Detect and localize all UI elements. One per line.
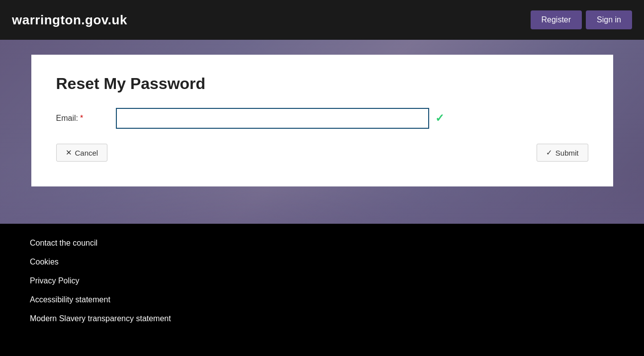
submit-icon: ✓ — [546, 148, 552, 157]
email-row: Email:* ✓ — [56, 108, 588, 129]
header: warrington.gov.uk Register Sign in — [0, 0, 644, 40]
submit-label: Submit — [555, 149, 579, 157]
form-actions: ✕ Cancel ✓ Submit — [56, 144, 588, 162]
check-icon: ✓ — [435, 112, 444, 125]
signin-button[interactable]: Sign in — [586, 10, 632, 29]
form-card: Reset My Password Email:* ✓ ✕ Cancel ✓ S… — [31, 55, 613, 186]
footer-link-contact[interactable]: Contact the council — [30, 239, 614, 248]
site-title: warrington.gov.uk — [12, 12, 127, 28]
footer: Contact the council Cookies Privacy Poli… — [0, 224, 644, 356]
submit-button[interactable]: ✓ Submit — [537, 144, 588, 162]
register-button[interactable]: Register — [531, 10, 582, 29]
hero-area: Reset My Password Email:* ✓ ✕ Cancel ✓ S… — [0, 40, 644, 224]
footer-link-cookies[interactable]: Cookies — [30, 258, 614, 267]
email-input[interactable] — [116, 108, 429, 129]
cancel-icon: ✕ — [66, 148, 72, 157]
email-label: Email:* — [56, 114, 116, 123]
footer-link-accessibility[interactable]: Accessibility statement — [30, 295, 614, 304]
cancel-label: Cancel — [75, 149, 98, 157]
form-title: Reset My Password — [56, 75, 588, 93]
header-buttons: Register Sign in — [531, 10, 633, 29]
required-star: * — [80, 114, 83, 122]
footer-link-privacy[interactable]: Privacy Policy — [30, 276, 614, 285]
footer-link-modern-slavery[interactable]: Modern Slavery transparency statement — [30, 314, 614, 323]
cancel-button[interactable]: ✕ Cancel — [56, 144, 108, 162]
